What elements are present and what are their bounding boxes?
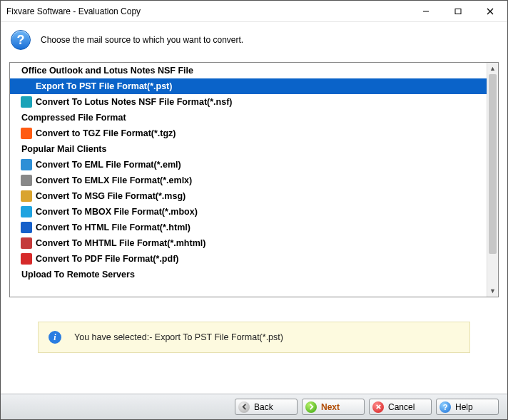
- minimize-button[interactable]: [410, 1, 442, 21]
- outlook-icon: [20, 80, 33, 93]
- list-category: Popular Mail Clients: [10, 141, 487, 157]
- list-item-label: Convert To MBOX File Format(*.mbox): [36, 207, 198, 217]
- list-item[interactable]: Convert To EMLX File Format(*.emlx): [10, 173, 487, 188]
- list-item-label: Export To PST File Format(*.pst): [36, 81, 172, 91]
- mhtml-icon: [20, 237, 33, 250]
- list-item[interactable]: Convert to TGZ File Format(*.tgz): [10, 126, 487, 141]
- list-item-label: Convert To MHTML File Format(*.mhtml): [36, 238, 205, 248]
- list-item[interactable]: Convert To EML File Format(*.eml): [10, 157, 487, 173]
- scroll-up-icon[interactable]: ▲: [487, 63, 498, 74]
- category-label: Office Outlook and Lotus Notes NSF File: [21, 66, 193, 76]
- list-item-label: Convert to TGZ File Format(*.tgz): [36, 128, 176, 138]
- category-label: Compressed File Format: [21, 113, 126, 123]
- maximize-button[interactable]: [442, 1, 474, 21]
- scroll-track[interactable]: [487, 74, 498, 285]
- next-icon: [305, 401, 317, 413]
- list-category: Office Outlook and Lotus Notes NSF File: [10, 63, 487, 78]
- list-item[interactable]: Convert To MHTML File Format(*.mhtml): [10, 235, 487, 251]
- help-icon: ?: [440, 401, 451, 413]
- list-category: Compressed File Format: [10, 110, 487, 126]
- window-title: Fixvare Software - Evaluation Copy: [6, 6, 410, 16]
- back-label: Back: [254, 402, 273, 412]
- cancel-button[interactable]: Cancel: [369, 399, 432, 415]
- back-icon: [238, 401, 250, 413]
- titlebar: Fixvare Software - Evaluation Copy: [1, 1, 507, 22]
- next-button[interactable]: Next: [302, 399, 365, 415]
- list-item-label: Convert To Lotus Notes NSF File Format(*…: [36, 97, 232, 107]
- cancel-icon: [372, 401, 384, 413]
- list-item[interactable]: Convert To MSG File Format(*.msg): [10, 188, 487, 204]
- tgz-icon: [20, 127, 33, 140]
- pdf-icon: [20, 252, 33, 265]
- html-icon: [20, 221, 33, 234]
- header: ? Choose the mail source to which you wa…: [1, 22, 507, 58]
- footer: Back Next Cancel ? Help: [1, 394, 507, 419]
- help-label: Help: [455, 402, 473, 412]
- emlx-icon: [20, 174, 33, 187]
- list-item[interactable]: Convert To MBOX File Format(*.mbox): [10, 204, 487, 220]
- eml-icon: [20, 158, 33, 171]
- msg-icon: [20, 190, 33, 203]
- next-label: Next: [321, 402, 340, 412]
- lotus-icon: [20, 96, 33, 108]
- category-label: Upload To Remote Servers: [21, 270, 135, 280]
- selection-status-text: You have selected:- Export To PST File F…: [74, 332, 283, 342]
- header-instruction: Choose the mail source to which you want…: [41, 35, 243, 45]
- list-item-label: Convert To EMLX File Format(*.emlx): [36, 175, 192, 185]
- back-button[interactable]: Back: [235, 399, 298, 415]
- selection-status: i You have selected:- Export To PST File…: [38, 322, 470, 353]
- mbox-icon: [20, 205, 33, 218]
- info-icon: i: [49, 331, 61, 344]
- list-item-label: Convert To EML File Format(*.eml): [36, 160, 181, 170]
- scrollbar[interactable]: ▲ ▼: [487, 63, 498, 297]
- list-item-label: Convert To MSG File Format(*.msg): [36, 191, 186, 201]
- help-button[interactable]: ? Help: [436, 399, 499, 415]
- list-item-label: Convert To HTML File Format(*.html): [36, 222, 190, 232]
- list-item[interactable]: Convert To Lotus Notes NSF File Format(*…: [10, 94, 487, 110]
- cancel-label: Cancel: [388, 402, 415, 412]
- list-category: Upload To Remote Servers: [10, 267, 487, 282]
- format-list-panel: Office Outlook and Lotus Notes NSF FileE…: [9, 62, 499, 297]
- format-list[interactable]: Office Outlook and Lotus Notes NSF FileE…: [10, 63, 487, 297]
- scroll-thumb[interactable]: [489, 74, 497, 254]
- list-item[interactable]: Export To PST File Format(*.pst): [10, 78, 487, 94]
- list-item-label: Convert To PDF File Format(*.pdf): [36, 254, 178, 264]
- question-icon: ?: [11, 30, 31, 50]
- category-label: Popular Mail Clients: [21, 144, 106, 154]
- scroll-down-icon[interactable]: ▼: [487, 285, 498, 297]
- close-button[interactable]: [474, 1, 506, 21]
- list-item[interactable]: Convert To PDF File Format(*.pdf): [10, 251, 487, 267]
- list-item[interactable]: Convert To HTML File Format(*.html): [10, 220, 487, 235]
- svg-rect-1: [455, 9, 461, 14]
